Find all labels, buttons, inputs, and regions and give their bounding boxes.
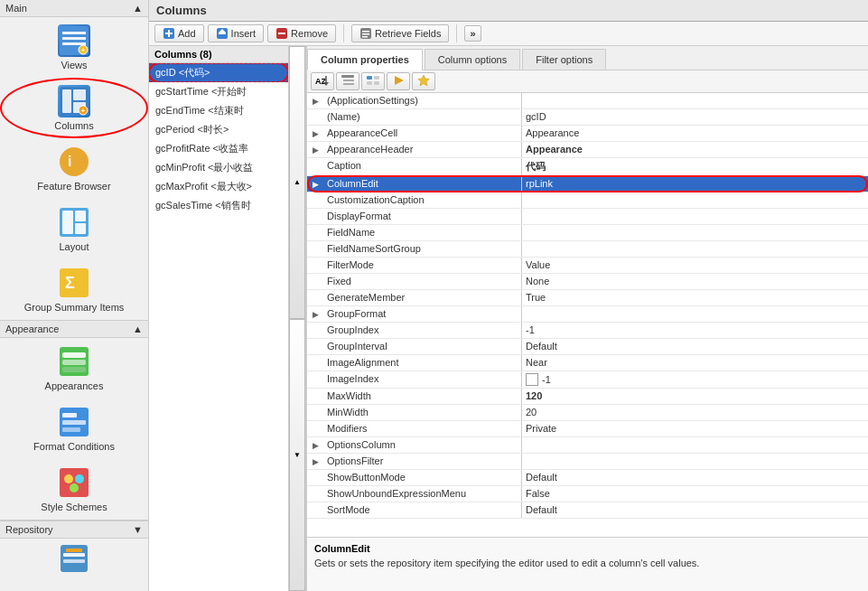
sidebar-appearance-section[interactable]: Appearance ▲ <box>0 321 148 338</box>
tab-column-properties[interactable]: Column properties <box>307 49 423 70</box>
prop-row-showunbound[interactable]: ShowUnboundExpressionMenu False <box>307 486 868 502</box>
sidebar-item-format[interactable]: Format Conditions <box>0 399 148 459</box>
group-icon: Σ <box>58 267 90 299</box>
sidebar-item-group-summary[interactable]: Σ Group Summary Items <box>0 259 148 320</box>
prop-row-groupindex[interactable]: GroupIndex -1 <box>307 323 868 339</box>
appearance-collapse-icon[interactable]: ▲ <box>133 324 143 334</box>
prop-row-imagealignment[interactable]: ImageAlignment Near <box>307 355 868 371</box>
svg-rect-47 <box>362 36 368 38</box>
tab-bar: Column properties Column options Filter … <box>307 46 868 70</box>
props-btn[interactable] <box>361 72 385 90</box>
svg-point-30 <box>75 474 84 483</box>
prop-row-displayformat[interactable]: DisplayFormat <box>307 209 868 225</box>
prop-row-filtermode[interactable]: FilterMode Value <box>307 258 868 274</box>
prop-row-appearanceheader[interactable]: ▶ AppearanceHeader Appearance <box>307 142 868 158</box>
column-item-0[interactable]: gcID <代码> <box>149 63 288 82</box>
repository-collapse-icon[interactable]: ▼ <box>133 524 143 535</box>
prop-expand[interactable]: ▶ <box>307 454 323 469</box>
prop-row-name[interactable]: (Name) gcID <box>307 109 868 126</box>
more-button[interactable]: » <box>464 25 481 42</box>
column-item-1[interactable]: gcStartTime <开始时 <box>149 82 288 101</box>
svg-text:AZ: AZ <box>315 77 326 86</box>
prop-expand[interactable]: ▶ <box>307 176 323 192</box>
column-panel: Columns (8) gcID <代码> gcStartTime <开始时 g… <box>149 46 307 591</box>
svg-rect-45 <box>362 31 369 33</box>
sidebar-item-columns[interactable]: + Columns <box>0 78 148 138</box>
prop-row-showbuttonmode[interactable]: ShowButtonMode Default <box>307 470 868 486</box>
sidebar-item-style[interactable]: Style Schemes <box>0 459 148 520</box>
sidebar-item-feature[interactable]: i Feature Browser <box>0 138 148 199</box>
content-area: Columns (8) gcID <代码> gcStartTime <开始时 g… <box>149 46 868 591</box>
prop-row-customizationcaption[interactable]: CustomizationCaption <box>307 192 868 209</box>
prop-row-fieldnamesortgroup[interactable]: FieldNameSortGroup <box>307 241 868 258</box>
prop-row-sortmode[interactable]: SortMode Default <box>307 502 868 519</box>
prop-row-appearancecell[interactable]: ▶ AppearanceCell Appearance <box>307 126 868 142</box>
column-item-6[interactable]: gcMaxProfit <最大收> <box>149 177 288 196</box>
svg-rect-35 <box>66 549 82 552</box>
sort-alpha-btn[interactable]: AZ <box>311 72 334 90</box>
sidebar-item-appearances[interactable]: Appearances <box>0 338 148 399</box>
svg-rect-34 <box>63 559 85 563</box>
svg-rect-1 <box>62 32 86 34</box>
sidebar-repository-section[interactable]: Repository ▼ <box>0 521 148 539</box>
column-item-2[interactable]: gcEndTime <结束时 <box>149 101 288 120</box>
tab-column-options[interactable]: Column options <box>425 49 520 70</box>
column-item-7[interactable]: gcSalesTime <销售时 <box>149 196 288 215</box>
events-btn[interactable] <box>387 72 410 90</box>
prop-expand <box>307 405 323 420</box>
nav-up-button[interactable]: ▲ <box>289 46 305 319</box>
prop-expand[interactable]: ▶ <box>307 126 323 141</box>
favorites-btn[interactable] <box>412 72 435 90</box>
column-item-5[interactable]: gcMinProfit <最小收益 <box>149 158 288 177</box>
svg-text:Σ: Σ <box>65 274 75 292</box>
prop-row-maxwidth[interactable]: MaxWidth 120 <box>307 389 868 405</box>
add-button[interactable]: Add <box>154 24 204 42</box>
svg-text:+: + <box>81 107 86 115</box>
prop-row-imageindex[interactable]: ImageIndex -1 <box>307 371 868 389</box>
prop-expand[interactable]: ▶ <box>307 142 323 157</box>
prop-row-optionsfilter[interactable]: ▶ OptionsFilter <box>307 454 868 470</box>
column-list[interactable]: gcID <代码> gcStartTime <开始时 gcEndTime <结束… <box>149 63 288 591</box>
prop-expand[interactable]: ▶ <box>307 93 323 108</box>
sidebar-item-views[interactable]: + Views <box>0 17 148 78</box>
sidebar-item-layout[interactable]: Layout <box>0 199 148 259</box>
prop-row-caption[interactable]: Caption 代码 <box>307 158 868 176</box>
insert-button[interactable]: Insert <box>208 24 265 42</box>
svg-point-12 <box>60 147 89 176</box>
sidebar-collapse-icon[interactable]: ▲ <box>133 3 143 14</box>
prop-expand[interactable]: ▶ <box>307 306 323 322</box>
prop-row-modifiers[interactable]: Modifiers Private <box>307 421 868 437</box>
prop-row-generatemember[interactable]: GenerateMember True <box>307 290 868 306</box>
svg-rect-28 <box>60 468 89 497</box>
column-item-4[interactable]: gcProfitRate <收益率 <box>149 139 288 158</box>
svg-rect-26 <box>62 420 86 425</box>
columns-label: Columns <box>54 120 93 131</box>
remove-button[interactable]: Remove <box>267 24 336 42</box>
prop-row-minwidth[interactable]: MinWidth 20 <box>307 405 868 421</box>
prop-row-fixed[interactable]: Fixed None <box>307 274 868 290</box>
svg-rect-15 <box>62 211 73 234</box>
retrieve-fields-label: Retrieve Fields <box>375 28 441 39</box>
column-item-3[interactable]: gcPeriod <时长> <box>149 120 288 139</box>
svg-rect-33 <box>63 553 85 557</box>
prop-expand <box>307 421 323 436</box>
prop-row-groupinterval[interactable]: GroupInterval Default <box>307 339 868 355</box>
prop-expand <box>307 339 323 354</box>
categorized-btn[interactable] <box>336 72 359 90</box>
prop-row-columnedit[interactable]: ▶ ColumnEdit rpLink <box>307 176 868 192</box>
description-title: ColumnEdit <box>314 543 861 554</box>
prop-row-optionscolumn[interactable]: ▶ OptionsColumn <box>307 437 868 454</box>
insert-label: Insert <box>231 28 257 39</box>
prop-row-fieldname[interactable]: FieldName <box>307 225 868 241</box>
tab-filter-options[interactable]: Filter options <box>522 49 606 70</box>
sidebar-main-section[interactable]: Main ▲ <box>0 0 148 17</box>
retrieve-fields-button[interactable]: Retrieve Fields <box>351 24 449 42</box>
sidebar-main-group: + Views + Columns <box>0 17 148 321</box>
prop-row-groupformat[interactable]: ▶ GroupFormat <box>307 306 868 323</box>
prop-expand <box>307 241 323 257</box>
prop-row-appsettings[interactable]: ▶ (ApplicationSettings) <box>307 93 868 109</box>
layout-label: Layout <box>59 241 89 252</box>
svg-rect-23 <box>62 367 86 372</box>
prop-expand[interactable]: ▶ <box>307 437 323 453</box>
nav-down-button[interactable]: ▼ <box>289 319 305 592</box>
